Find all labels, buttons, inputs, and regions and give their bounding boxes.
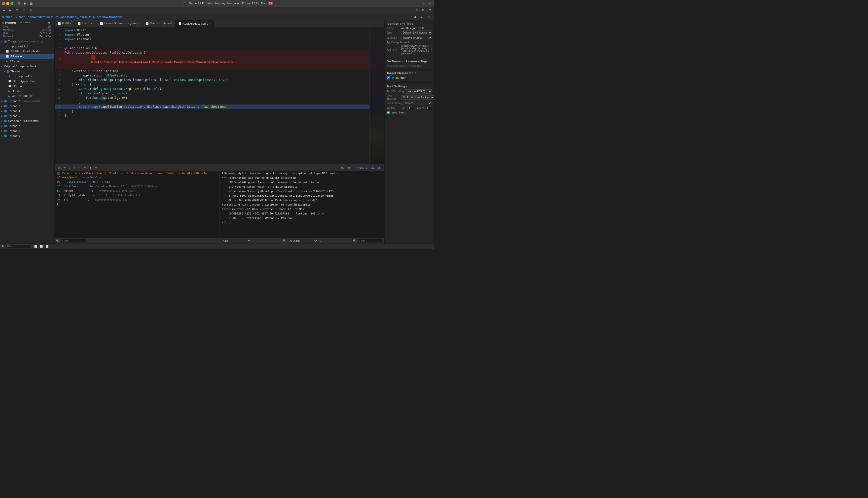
sidebar-pthread-kill[interactable]: 0 __pthread_kill — [0, 44, 54, 49]
output-line-1: libc++abi.dylib: terminating with uncaug… — [220, 171, 385, 176]
output-line-11: (18D46) - DeviceType: iPhone 12 Pro Max — [220, 216, 385, 221]
debug-runner-crumb[interactable]: Runner — [341, 166, 351, 169]
sidebar-37-ui[interactable]: ⬜ 37 UIApplication... — [0, 79, 54, 84]
sidebar-filter-input[interactable] — [6, 245, 31, 248]
right-toolbar-2[interactable]: ⊞ — [420, 8, 426, 13]
breadcrumb-runner[interactable]: Runner — [2, 15, 12, 18]
debug-more-btn[interactable]: ⬆ — [88, 166, 92, 170]
sidebar-main-frame[interactable]: ⬜ 22 main — [0, 54, 54, 59]
close-button[interactable] — [2, 2, 5, 5]
debug-frame-38: 38 Runner + 75 0x0000000010f4f2c7b main — [55, 189, 220, 193]
sidebar-btn2[interactable]: ⬜ — [39, 245, 44, 248]
sidebar-38-main[interactable]: ⬜ 38 main — [0, 84, 54, 89]
close-tab-icon[interactable]: ✕ — [210, 22, 212, 25]
output-filter-input[interactable] — [358, 239, 383, 243]
right-toolbar-1[interactable]: ⊟ — [413, 8, 420, 13]
sidebar-thread5[interactable]: ▶ 🔵 Thread 5 — [0, 114, 54, 118]
breadcrumb-file[interactable]: AppDelegate.swift — [28, 15, 53, 18]
sidebar-thread9[interactable]: ▶ 🔵 Thread 9 — [0, 133, 54, 138]
sidebar-39-start[interactable]: ▶ 39 start — [0, 89, 54, 94]
breadcrumb-method[interactable]: application(_:didFinishLaunchingWithOpti… — [61, 15, 124, 18]
wrap-lines-checkbox[interactable] — [386, 111, 390, 114]
minimize-button[interactable] — [6, 2, 9, 5]
run-button[interactable]: ▶ — [23, 1, 28, 6]
nav-icon-3[interactable]: ⊕ — [28, 8, 34, 13]
nav-icon-2[interactable]: ☰ — [21, 8, 27, 13]
right-toolbar-3[interactable]: ⊡ — [427, 8, 433, 13]
tab-podfile[interactable]: 📄 Podfile — [55, 20, 75, 27]
output-panel[interactable]: libc++abi.dylib: terminating with uncaug… — [220, 171, 385, 238]
sidebar-btn1[interactable]: ⬜ — [33, 245, 38, 248]
nav-icon-1[interactable]: ⊞ — [14, 8, 20, 13]
debug-more2-btn[interactable]: ↩ — [94, 166, 98, 170]
sidebar-40-addr[interactable]: ▶ 40 0x00000001 — [0, 94, 54, 99]
nav-left-button[interactable]: ◀ — [412, 14, 418, 19]
sidebar-thread3[interactable]: ▶ 🔵 Thread 3 — [0, 104, 54, 108]
output-select[interactable]: All Output — [288, 239, 318, 243]
fullscreen-button[interactable]: ⤢ — [427, 1, 432, 6]
runner-checkbox[interactable] — [386, 76, 390, 79]
maximize-button[interactable] — [10, 2, 13, 5]
breadcrumb: Runner › Runner › AppDelegate.swift › M … — [0, 14, 434, 20]
location-path-row: AppDelegate.swift — [386, 41, 432, 44]
full-path-row: Full Path /Users/kws/Onedrive/projects/f… — [386, 45, 432, 55]
debug-hide-btn[interactable]: ⊟ — [57, 166, 61, 170]
runner-target-icon: ⚙ — [392, 77, 394, 79]
debug-filter-bar: 🔍 — [55, 238, 220, 244]
line-endings-select[interactable]: No Explicit Line Endings — [401, 95, 434, 100]
reveal-icon[interactable]: → — [430, 49, 432, 51]
stop-button[interactable]: ◼ — [29, 1, 34, 6]
tab-podfile-label: Podfile — [62, 22, 71, 25]
sidebar-exception-pre[interactable]: 0 __exceptionPre... — [0, 74, 54, 79]
warning-button[interactable]: ⚠ — [425, 14, 432, 19]
back-button[interactable]: ◀ — [1, 8, 7, 13]
debug-step-out-btn[interactable]: ↪ — [78, 166, 81, 170]
location-select[interactable]: Relative to Group — [401, 36, 432, 40]
code-editor[interactable]: 1 import UIKit 2 import Flutter 3 import… — [55, 27, 369, 164]
debug-frame-crumb[interactable]: 22 main — [371, 166, 382, 169]
debug-thread-crumb[interactable]: Thread 1 — [355, 166, 367, 169]
forward-button[interactable]: ▶ — [8, 8, 13, 13]
sidebar-toggle-button[interactable]: ⊟ — [17, 1, 22, 6]
code-line-2: 2 import Flutter — [55, 32, 369, 37]
debug-view-btn[interactable]: 👁 — [62, 166, 67, 170]
auto-select[interactable]: Auto — [221, 239, 251, 243]
sidebar-start-frame[interactable]: ▶ 23 start — [0, 59, 54, 64]
encoding-select[interactable]: Unicode (UTF-8) — [405, 89, 432, 94]
code-line-18: 18 — [55, 118, 369, 122]
debug-step-in-btn[interactable]: ⤴ — [73, 166, 76, 170]
thread1-icon: 🔵 — [4, 40, 7, 43]
frame39-icon: ▶ — [9, 90, 10, 92]
sidebar-thread1[interactable]: ▼ 🔵 Thread 1 Queue:...(serial) ⚠ — [0, 39, 54, 44]
sidebar-thread8[interactable]: ▶ 🔵 Thread 8 — [0, 128, 54, 133]
traffic-lights — [2, 2, 13, 5]
debug-jump-btn[interactable]: ↩ — [83, 166, 87, 170]
debug-step-over-btn[interactable]: ⤵ — [68, 166, 71, 170]
tab-mainstoryboard[interactable]: 📄 Main.storyboard — [143, 20, 175, 27]
nav-right-button[interactable]: ▶ — [419, 14, 424, 19]
sidebar-thread7[interactable]: ▶ 🔵 Thread 7 — [0, 123, 54, 128]
indent-width-input[interactable] — [425, 106, 432, 110]
sidebar-uiapplicationmain[interactable]: ⬜ 21 UIApplicationMain — [0, 49, 54, 54]
breadcrumb-runner2[interactable]: Runner — [15, 15, 25, 18]
sidebar-btn3[interactable]: ⬜ — [45, 245, 49, 248]
type-select[interactable]: Default - Swift Source — [401, 30, 432, 35]
tab-appdelegate[interactable]: 📄 AppDelegate.swift ✕ — [175, 20, 215, 27]
indent-using-select[interactable]: Spaces — [403, 101, 432, 105]
sidebar-runner-header[interactable]: ◉ Runner PID 12908 ● ℹ — [0, 20, 54, 25]
sidebar-original-exception[interactable]: ▼ Original Exception Backtr... — [0, 64, 54, 69]
debug-filter-input[interactable] — [61, 239, 86, 243]
tab-launchscreen[interactable]: 📄 LaunchScreen.storyboard — [97, 20, 143, 27]
sidebar-network: Network Zero KB/s — [0, 35, 54, 38]
debug-panel[interactable]: ⬛ Exception = (NSException *) "Could not… — [55, 171, 220, 238]
tab-appdelegate-label: AppDelegate.swift — [183, 22, 208, 25]
tab-width-input[interactable] — [407, 106, 415, 110]
sidebar-thread2[interactable]: ▶ 🔵 Thread 2 Queue:...(serial) — [0, 99, 54, 104]
sidebar-thread4[interactable]: ▶ 🔵 Thread 4 — [0, 108, 54, 114]
sidebar-thread-child[interactable]: ▼ 🔵 Thread — [0, 69, 54, 74]
infoplist-icon: 📄 — [78, 22, 81, 25]
tab-infoplist[interactable]: 📄 Info.plist — [75, 20, 97, 27]
breadcrumb-m[interactable]: M — [56, 15, 58, 18]
sidebar-thread-comapple[interactable]: ▶ 🔵 com.apple.uikit.eventfet... — [0, 118, 54, 123]
add-tab-button[interactable]: + — [422, 1, 426, 6]
